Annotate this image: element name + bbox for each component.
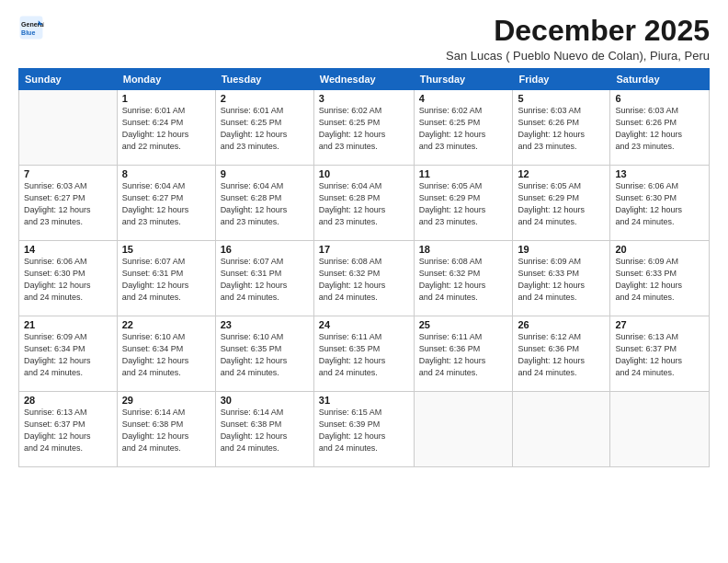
table-row: 25Sunrise: 6:11 AM Sunset: 6:36 PM Dayli…	[414, 316, 513, 392]
col-monday: Monday	[117, 69, 215, 90]
calendar-table: Sunday Monday Tuesday Wednesday Thursday…	[18, 68, 710, 467]
col-tuesday: Tuesday	[215, 69, 313, 90]
day-info: Sunrise: 6:08 AM Sunset: 6:32 PM Dayligh…	[419, 256, 508, 304]
logo: General Blue	[18, 15, 44, 40]
page: General Blue December 2025 San Lucas ( P…	[0, 0, 728, 563]
calendar-week-4: 21Sunrise: 6:09 AM Sunset: 6:34 PM Dayli…	[19, 316, 710, 392]
day-info: Sunrise: 6:03 AM Sunset: 6:26 PM Dayligh…	[615, 105, 704, 153]
table-row: 21Sunrise: 6:09 AM Sunset: 6:34 PM Dayli…	[19, 316, 118, 392]
day-number: 5	[518, 93, 605, 104]
day-info: Sunrise: 6:01 AM Sunset: 6:24 PM Dayligh…	[122, 105, 210, 153]
day-number: 6	[615, 93, 704, 104]
day-number: 4	[419, 93, 508, 104]
table-row	[414, 392, 513, 467]
day-number: 16	[221, 244, 309, 255]
table-row: 8Sunrise: 6:04 AM Sunset: 6:27 PM Daylig…	[117, 166, 215, 241]
day-info: Sunrise: 6:03 AM Sunset: 6:26 PM Dayligh…	[518, 105, 605, 153]
day-number: 3	[319, 93, 409, 104]
day-info: Sunrise: 6:14 AM Sunset: 6:38 PM Dayligh…	[122, 407, 210, 454]
day-info: Sunrise: 6:04 AM Sunset: 6:28 PM Dayligh…	[221, 180, 309, 228]
svg-text:Blue: Blue	[21, 29, 35, 36]
day-info: Sunrise: 6:14 AM Sunset: 6:38 PM Dayligh…	[221, 407, 309, 454]
table-row: 13Sunrise: 6:06 AM Sunset: 6:30 PM Dayli…	[610, 166, 710, 241]
day-number: 22	[122, 319, 210, 330]
table-row: 28Sunrise: 6:13 AM Sunset: 6:37 PM Dayli…	[19, 392, 118, 467]
table-row: 2Sunrise: 6:01 AM Sunset: 6:25 PM Daylig…	[215, 90, 313, 166]
day-info: Sunrise: 6:07 AM Sunset: 6:31 PM Dayligh…	[221, 256, 309, 304]
calendar-week-2: 7Sunrise: 6:03 AM Sunset: 6:27 PM Daylig…	[19, 166, 710, 241]
day-number: 28	[24, 395, 112, 406]
table-row: 9Sunrise: 6:04 AM Sunset: 6:28 PM Daylig…	[215, 166, 313, 241]
day-number: 2	[221, 93, 309, 104]
day-number: 7	[24, 168, 112, 179]
day-info: Sunrise: 6:06 AM Sunset: 6:30 PM Dayligh…	[24, 256, 112, 304]
day-number: 18	[419, 244, 508, 255]
day-info: Sunrise: 6:04 AM Sunset: 6:27 PM Dayligh…	[122, 180, 210, 228]
col-saturday: Saturday	[610, 69, 710, 90]
table-row: 26Sunrise: 6:12 AM Sunset: 6:36 PM Dayli…	[513, 316, 610, 392]
table-row: 3Sunrise: 6:02 AM Sunset: 6:25 PM Daylig…	[313, 90, 414, 166]
day-number: 14	[24, 244, 112, 255]
day-number: 30	[221, 395, 309, 406]
table-row: 22Sunrise: 6:10 AM Sunset: 6:34 PM Dayli…	[117, 316, 215, 392]
header: General Blue December 2025 San Lucas ( P…	[18, 15, 710, 63]
table-row: 11Sunrise: 6:05 AM Sunset: 6:29 PM Dayli…	[414, 166, 513, 241]
day-info: Sunrise: 6:05 AM Sunset: 6:29 PM Dayligh…	[518, 180, 605, 228]
logo-icon: General Blue	[18, 15, 44, 40]
day-info: Sunrise: 6:06 AM Sunset: 6:30 PM Dayligh…	[615, 180, 704, 228]
day-number: 11	[419, 168, 508, 179]
day-number: 21	[24, 319, 112, 330]
day-info: Sunrise: 6:11 AM Sunset: 6:36 PM Dayligh…	[419, 331, 508, 379]
day-info: Sunrise: 6:09 AM Sunset: 6:34 PM Dayligh…	[24, 331, 112, 379]
table-row: 23Sunrise: 6:10 AM Sunset: 6:35 PM Dayli…	[215, 316, 313, 392]
col-friday: Friday	[513, 69, 610, 90]
day-info: Sunrise: 6:12 AM Sunset: 6:36 PM Dayligh…	[518, 331, 605, 379]
day-info: Sunrise: 6:03 AM Sunset: 6:27 PM Dayligh…	[24, 180, 112, 228]
day-number: 9	[221, 168, 309, 179]
day-number: 23	[221, 319, 309, 330]
day-number: 17	[319, 244, 409, 255]
day-info: Sunrise: 6:09 AM Sunset: 6:33 PM Dayligh…	[615, 256, 704, 304]
day-number: 13	[615, 168, 704, 179]
table-row	[19, 90, 118, 166]
table-row: 12Sunrise: 6:05 AM Sunset: 6:29 PM Dayli…	[513, 166, 610, 241]
table-row: 15Sunrise: 6:07 AM Sunset: 6:31 PM Dayli…	[117, 241, 215, 316]
day-info: Sunrise: 6:05 AM Sunset: 6:29 PM Dayligh…	[419, 180, 508, 228]
day-info: Sunrise: 6:10 AM Sunset: 6:34 PM Dayligh…	[122, 331, 210, 379]
day-number: 25	[419, 319, 508, 330]
table-row: 5Sunrise: 6:03 AM Sunset: 6:26 PM Daylig…	[513, 90, 610, 166]
table-row	[513, 392, 610, 467]
day-info: Sunrise: 6:02 AM Sunset: 6:25 PM Dayligh…	[419, 105, 508, 153]
calendar-week-3: 14Sunrise: 6:06 AM Sunset: 6:30 PM Dayli…	[19, 241, 710, 316]
day-info: Sunrise: 6:09 AM Sunset: 6:33 PM Dayligh…	[518, 256, 605, 304]
table-row: 18Sunrise: 6:08 AM Sunset: 6:32 PM Dayli…	[414, 241, 513, 316]
day-number: 10	[319, 168, 409, 179]
day-info: Sunrise: 6:07 AM Sunset: 6:31 PM Dayligh…	[122, 256, 210, 304]
day-info: Sunrise: 6:15 AM Sunset: 6:39 PM Dayligh…	[319, 407, 409, 454]
col-wednesday: Wednesday	[313, 69, 414, 90]
table-row: 30Sunrise: 6:14 AM Sunset: 6:38 PM Dayli…	[215, 392, 313, 467]
day-info: Sunrise: 6:02 AM Sunset: 6:25 PM Dayligh…	[319, 105, 409, 153]
table-row: 6Sunrise: 6:03 AM Sunset: 6:26 PM Daylig…	[610, 90, 710, 166]
day-number: 27	[615, 319, 704, 330]
table-row: 20Sunrise: 6:09 AM Sunset: 6:33 PM Dayli…	[610, 241, 710, 316]
day-info: Sunrise: 6:13 AM Sunset: 6:37 PM Dayligh…	[24, 407, 112, 454]
day-number: 31	[319, 395, 409, 406]
day-number: 20	[615, 244, 704, 255]
table-row: 14Sunrise: 6:06 AM Sunset: 6:30 PM Dayli…	[19, 241, 118, 316]
calendar-week-1: 1Sunrise: 6:01 AM Sunset: 6:24 PM Daylig…	[19, 90, 710, 166]
table-row: 16Sunrise: 6:07 AM Sunset: 6:31 PM Dayli…	[215, 241, 313, 316]
day-info: Sunrise: 6:04 AM Sunset: 6:28 PM Dayligh…	[319, 180, 409, 228]
day-number: 1	[122, 93, 210, 104]
day-number: 24	[319, 319, 409, 330]
table-row: 17Sunrise: 6:08 AM Sunset: 6:32 PM Dayli…	[313, 241, 414, 316]
day-number: 19	[518, 244, 605, 255]
subtitle: San Lucas ( Pueblo Nuevo de Colan), Piur…	[446, 49, 710, 63]
table-row: 1Sunrise: 6:01 AM Sunset: 6:24 PM Daylig…	[117, 90, 215, 166]
day-number: 26	[518, 319, 605, 330]
month-title: December 2025	[446, 15, 710, 47]
calendar-header-row: Sunday Monday Tuesday Wednesday Thursday…	[19, 69, 710, 90]
day-number: 8	[122, 168, 210, 179]
calendar-week-5: 28Sunrise: 6:13 AM Sunset: 6:37 PM Dayli…	[19, 392, 710, 467]
day-number: 12	[518, 168, 605, 179]
